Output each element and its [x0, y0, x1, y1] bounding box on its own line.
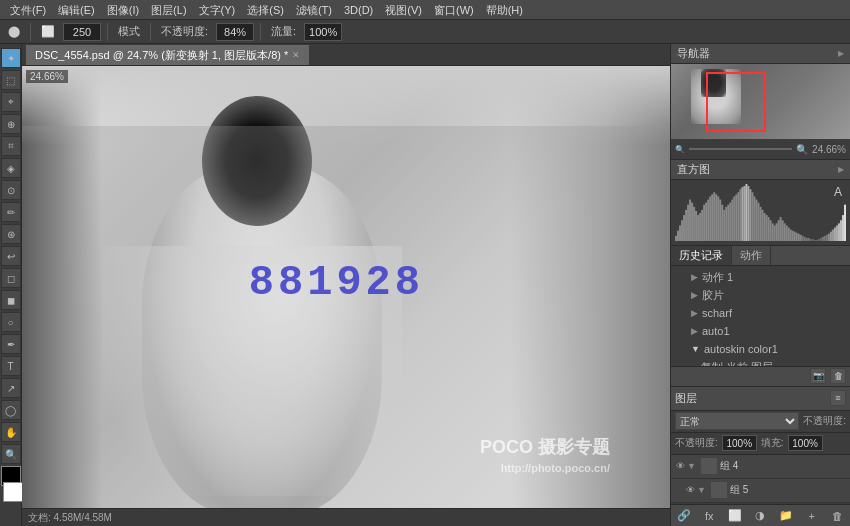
new-group-btn[interactable]: 📁 — [777, 507, 795, 525]
navigator-zoom-bar: 🔍 🔍 24.66% — [671, 139, 850, 159]
brush-tool-icon: ⬤ — [4, 21, 24, 43]
svg-rect-28 — [731, 200, 733, 241]
menu-window[interactable]: 窗口(W) — [428, 0, 480, 20]
svg-rect-9 — [693, 207, 695, 241]
shape-tool[interactable]: ◯ — [1, 400, 21, 420]
svg-rect-22 — [719, 200, 721, 241]
menu-help[interactable]: 帮助(H) — [480, 0, 529, 20]
layer-eye-icon[interactable]: 👁 — [673, 459, 687, 473]
new-snapshot-btn[interactable]: 📷 — [810, 368, 826, 384]
quick-select-tool[interactable]: ⊕ — [1, 114, 21, 134]
canvas-tab-active[interactable]: DSC_4554.psd @ 24.7% (新变换射 1, 图层版本/8) * … — [26, 45, 309, 65]
path-select-tool[interactable]: ↗ — [1, 378, 21, 398]
opacity-value-input[interactable] — [722, 435, 757, 451]
fill-label: 填充: — [761, 436, 784, 450]
hand-tool[interactable]: ✋ — [1, 422, 21, 442]
svg-rect-23 — [721, 205, 723, 241]
background-color[interactable] — [3, 482, 23, 502]
layers-bottom-bar: 🔗 fx ⬜ ◑ 📁 + 🗑 — [671, 504, 850, 526]
opacity-input[interactable]: 84% — [216, 23, 254, 41]
new-fill-layer-btn[interactable]: ◑ — [751, 507, 769, 525]
watermark-main: POCO 摄影专题 — [480, 435, 610, 460]
menu-3d[interactable]: 3D(D) — [338, 0, 379, 20]
layers-panel-title: 图层 — [675, 391, 697, 406]
menu-file[interactable]: 文件(F) — [4, 0, 52, 20]
svg-rect-71 — [818, 239, 820, 241]
history-item-5[interactable]: 复制 当前 图层 — [671, 358, 850, 366]
dodge-tool[interactable]: ○ — [1, 312, 21, 332]
menu-view[interactable]: 视图(V) — [379, 0, 428, 20]
flow-input[interactable]: 100% — [304, 23, 342, 41]
history-item-1[interactable]: ▶ 胶片 — [671, 286, 850, 304]
svg-rect-67 — [810, 239, 812, 241]
menu-layer[interactable]: 图层(L) — [145, 0, 192, 20]
toolbar-separator — [30, 23, 31, 41]
history-item-0[interactable]: ▶ 动作 1 — [671, 268, 850, 286]
move-tool[interactable]: ✦ — [1, 48, 21, 68]
delete-layer-btn[interactable]: 🗑 — [828, 507, 846, 525]
lasso-tool[interactable]: ⌖ — [1, 92, 21, 112]
svg-rect-39 — [753, 196, 755, 241]
add-mask-btn[interactable]: ⬜ — [726, 507, 744, 525]
svg-rect-15 — [705, 203, 707, 241]
svg-rect-64 — [804, 237, 806, 241]
history-item-3[interactable]: ▶ auto1 — [671, 322, 850, 340]
svg-rect-1 — [677, 231, 679, 241]
close-tab-icon[interactable]: ✕ — [292, 50, 300, 60]
brush-size-input[interactable]: 250 — [63, 23, 101, 41]
zoom-tool[interactable]: 🔍 — [1, 444, 21, 464]
layer-curves-6[interactable]: 👁 曲线 6 — [671, 503, 850, 505]
layer-eye-icon-5[interactable]: 👁 — [683, 483, 697, 497]
marquee-tool[interactable]: ⬚ — [1, 70, 21, 90]
gradient-tool[interactable]: ◼ — [1, 290, 21, 310]
layer-group-4[interactable]: 👁 ▼ 组 4 — [671, 455, 850, 479]
svg-rect-24 — [723, 210, 725, 241]
navigator-collapse-btn[interactable]: ▶ — [838, 49, 844, 58]
tab-history[interactable]: 历史记录 — [671, 246, 732, 265]
histogram-area: A — [671, 180, 850, 245]
svg-rect-6 — [687, 205, 689, 241]
svg-rect-18 — [711, 194, 713, 241]
menu-type[interactable]: 文字(Y) — [193, 0, 242, 20]
not-transparency-label: 不透明度: — [803, 414, 846, 428]
digital-numbers: 881928 — [249, 259, 424, 307]
layers-panel-menu-btn[interactable]: ≡ — [830, 390, 846, 406]
menu-filter[interactable]: 滤镜(T) — [290, 0, 338, 20]
svg-rect-8 — [691, 203, 693, 241]
navigator-zoom-slider[interactable] — [689, 148, 792, 150]
eraser-tool[interactable]: ◻ — [1, 268, 21, 288]
history-brush-tool[interactable]: ↩ — [1, 246, 21, 266]
menu-edit[interactable]: 编辑(E) — [52, 0, 101, 20]
svg-rect-47 — [770, 220, 772, 241]
delete-history-btn[interactable]: 🗑 — [830, 368, 846, 384]
clone-tool[interactable]: ⊛ — [1, 224, 21, 244]
history-item-4[interactable]: ▼ autoskin color1 — [671, 340, 850, 358]
brush-size-label: ⬜ — [37, 21, 59, 43]
layer-group-5[interactable]: 👁 ▼ 组 5 — [671, 479, 850, 503]
svg-rect-58 — [792, 231, 794, 241]
svg-rect-30 — [735, 194, 737, 241]
type-tool[interactable]: T — [1, 356, 21, 376]
brush-tool[interactable]: ✏ — [1, 202, 21, 222]
crop-tool[interactable]: ⌗ — [1, 136, 21, 156]
tab-actions[interactable]: 动作 — [732, 246, 771, 265]
svg-rect-38 — [751, 192, 753, 241]
menu-image[interactable]: 图像(I) — [101, 0, 145, 20]
eyedropper-tool[interactable]: ◈ — [1, 158, 21, 178]
new-layer-btn[interactable]: + — [803, 507, 821, 525]
blend-mode-select[interactable]: 正常 溶解 正片叠底 — [675, 412, 799, 430]
svg-rect-25 — [725, 207, 727, 241]
right-panels: 导航器 ▶ 🔍 🔍 24.66% 直方图 — [670, 44, 850, 526]
svg-rect-50 — [776, 223, 778, 241]
healing-tool[interactable]: ⊙ — [1, 180, 21, 200]
history-item-2[interactable]: ▶ scharf — [671, 304, 850, 322]
svg-rect-73 — [822, 237, 824, 241]
fill-value-input[interactable] — [788, 435, 823, 451]
add-fx-btn[interactable]: fx — [700, 507, 718, 525]
svg-rect-17 — [709, 196, 711, 241]
pen-tool[interactable]: ✒ — [1, 334, 21, 354]
histogram-collapse-btn[interactable]: ▶ — [838, 165, 844, 174]
menu-select[interactable]: 选择(S) — [241, 0, 290, 20]
svg-rect-34 — [743, 186, 745, 241]
link-layers-btn[interactable]: 🔗 — [675, 507, 693, 525]
